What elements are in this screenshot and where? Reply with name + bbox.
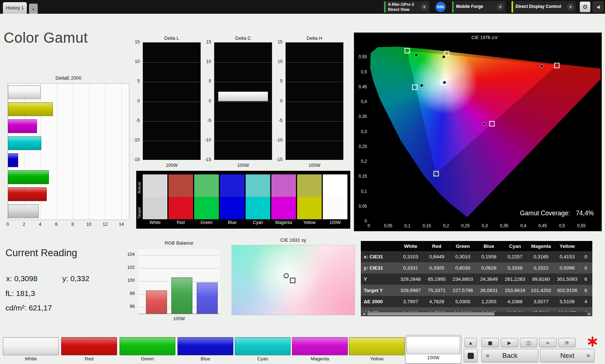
axis-tick-label: -15 [128,157,140,162]
display-control-dropdown[interactable]: Direct Display Control ▼ [512,1,576,13]
axis-tick-label: 0 [362,223,376,228]
scroll-left-icon[interactable]: ◀ [361,312,367,316]
gridline [286,121,343,122]
axis-tick-label: 0,4 [354,99,367,104]
axis-tick-label: -10 [128,137,140,143]
table-row-label: Y [361,276,398,282]
axis-tick-label: -5 [199,118,211,123]
patch-button-magenta[interactable]: Magenta [292,337,348,363]
axis-tick-label: 0,55 [574,223,589,228]
pattern-window-button[interactable] [464,349,477,363]
measurement-table: WhiteRedGreenBlueCyanMagentaYellowx: CIE… [361,241,592,316]
table-cell: 4,1088 [502,299,528,304]
patch-button-green[interactable]: Green [120,337,175,363]
delta-l-chart-title: Delta L [143,35,201,41]
gridline [143,141,200,141]
actual-target-swatch-panel: Actual Target WhiteRedGreenBlueCyanMagen… [136,171,350,229]
meter-dropdown[interactable]: X-Rite i1Pro 3 Direct View ▼ [384,1,430,13]
swatch-label: Red [168,219,193,226]
axis-tick-label: 0,05 [354,204,367,209]
next-button-label: Next [560,352,574,360]
collapse-panel-button[interactable]: ◀ [593,1,604,12]
gridline [143,82,200,82]
axis-tick-label: 98 [120,291,135,296]
patch-button-red[interactable]: Red [61,337,117,363]
transport-play-button[interactable]: ▶ [501,338,518,347]
add-tab-button[interactable]: + [29,4,38,14]
back-chevron-icon: « [485,351,490,360]
gridline [138,268,220,268]
axis-tick-label: 0 [2,222,13,227]
patch-swatch [120,337,175,355]
table-horizontal-scrollbar[interactable]: ◀ ▶ [361,312,592,316]
axis-tick-label: 0,2 [439,223,453,228]
axis-tick-label: 2 [18,222,29,227]
cie-target-yellow [444,51,450,56]
table-header-cell: Yellow [554,244,580,249]
patch-button-yellow[interactable]: Yellow [349,337,405,363]
axis-tick-label: -10 [199,137,211,143]
table-header-cell: Cyan [502,244,528,249]
delta-l-x-label: 100W [143,163,201,168]
rgb-balance-x-label: 100W [138,316,220,321]
table-header-cell: White [398,244,424,249]
table-cell: 253,6616 [502,288,528,293]
axis-tick-label: 6 [51,222,62,227]
patch-button-blue[interactable]: Blue [178,337,233,363]
gridline [286,62,343,63]
cie1976-chart: CIE 1976 u'v' Gamut Coverage: 74,4% 0,55… [354,33,602,231]
cie1931-measured-marker [284,273,289,278]
swatch-actual [168,174,193,197]
delta-l-chart [143,42,201,160]
table-row: Y329,264865,1995234,880324,3649261,22638… [361,274,592,285]
scroll-up-button[interactable]: ▲ [464,338,477,347]
meter-count-badge[interactable]: 656 [435,2,446,12]
scrollbar-thumb[interactable] [367,312,495,316]
alert-asterisk[interactable] [587,336,598,347]
settings-button[interactable]: ⚙ [580,1,591,12]
axis-tick-label: 10 [83,222,94,227]
table-cell: 0,3165 [528,254,554,259]
axis-tick-label: 0,4 [516,223,531,228]
delta-h-chart-title: Delta H [285,35,343,41]
table-cell: 5,5106 [554,299,580,304]
swatch-column-magenta: Magenta [271,174,296,226]
swatch-target [143,197,167,219]
chevron-down-icon: ▼ [567,3,574,10]
transport-stop-button[interactable]: ■ [481,338,499,347]
swatch-target [246,197,270,219]
back-button[interactable]: « Back [481,349,538,363]
patch-button-white[interactable]: White [3,337,59,363]
table-cell: 3,7907 [398,299,424,304]
table-cell: 0 [580,254,592,259]
gridline [214,102,272,102]
axis-tick-label: 0 [199,98,211,103]
source-dropdown[interactable]: Mobile Forge ▼ [452,1,506,13]
axis-tick-label: 102 [120,265,135,270]
transport-refresh-button[interactable]: ⟳ [558,338,576,347]
patch-swatch [292,337,348,355]
axis-tick-label: 0,1 [400,223,415,228]
axis-tick-label: -5 [270,118,283,123]
deltae-bar-cyan [8,136,41,150]
bar-group [8,85,129,220]
table-cell: 4 [580,299,592,304]
table-cell: 24,3649 [476,276,502,282]
axis-tick-label: 0 [128,98,140,103]
axis-tick-label: 4 [35,222,46,227]
scroll-right-icon[interactable]: ▶ [587,312,592,316]
axis-tick-label: 5 [270,79,283,84]
cie1976-markers [369,42,601,221]
back-button-label: Back [502,352,517,360]
target-row-label: Target [137,200,143,226]
patch-label: Red [61,355,117,363]
next-button[interactable]: Next » [540,349,594,363]
tab-history[interactable]: History 1 [3,2,27,14]
swatch-column-green: Green [194,174,219,226]
patch-button-cyan[interactable]: Cyan [235,337,291,363]
swatch-columns: WhiteRedGreenBlueCyanMagentaYellow100W [143,174,347,226]
patch-button-100w[interactable]: 100W [405,335,461,364]
transport-infinity-button[interactable]: ∞ [539,338,556,347]
transport-window-button[interactable]: ◫ [520,338,537,347]
next-chevron-icon: » [586,351,591,360]
